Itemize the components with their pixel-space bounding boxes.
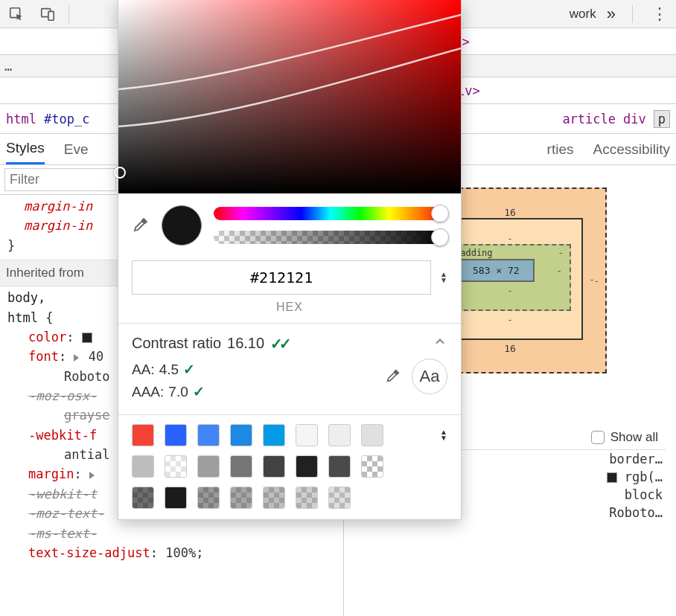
picker-controls-row: [118, 193, 461, 253]
breadcrumb-html[interactable]: html: [6, 112, 36, 126]
palette-swatch[interactable]: [296, 487, 318, 509]
palette-swatch[interactable]: [230, 487, 252, 509]
contrast-preview-circle[interactable]: Aa: [412, 359, 447, 394]
palette-row-2: [132, 455, 447, 478]
css-selector-html[interactable]: html: [7, 310, 38, 325]
css-selector-body[interactable]: body,: [7, 290, 45, 305]
inspect-element-icon[interactable]: [6, 4, 27, 25]
css-open-brace: {: [45, 310, 53, 325]
css-prop-ms-text[interactable]: -ms-text-: [28, 526, 97, 541]
check-icon-aaa: ✓: [193, 381, 205, 403]
palette-swatch[interactable]: [230, 455, 252, 478]
breadcrumb-top-c[interactable]: #top_c: [44, 112, 89, 126]
more-tabs-chevron[interactable]: »: [607, 4, 616, 24]
computed-val-1: rgb(…: [607, 469, 663, 484]
css-prop-text-size-adjust[interactable]: text-size-adjust: [28, 545, 150, 560]
palette-swatch[interactable]: [328, 455, 351, 478]
svg-rect-2: [48, 11, 54, 20]
css-prop-moz-osx[interactable]: -moz-osx-: [28, 388, 97, 403]
palette-swatch[interactable]: [361, 455, 383, 478]
chevron-up-icon[interactable]: [433, 334, 447, 353]
device-toolbar-icon[interactable]: [37, 4, 58, 25]
padding-top-dash: -: [558, 247, 564, 258]
css-prop-webkit-f[interactable]: -webkit-f: [28, 428, 97, 443]
show-all-label[interactable]: Show all: [610, 430, 658, 445]
palette-swatch[interactable]: [296, 455, 318, 478]
palette-swatch[interactable]: [263, 455, 285, 478]
subtab-events[interactable]: Eve: [64, 135, 89, 164]
palette-switcher[interactable]: ▲▼: [440, 429, 447, 441]
computed-val-2: block: [625, 487, 663, 502]
css-prop-margin-in-2[interactable]: margin-in: [24, 218, 92, 233]
palette-swatch[interactable]: [197, 424, 220, 446]
tab-network-partial[interactable]: work: [570, 7, 596, 22]
kebab-menu-icon[interactable]: ⋮: [649, 4, 670, 25]
double-check-icon: ✓✓: [270, 335, 288, 353]
palette-swatch[interactable]: [328, 424, 351, 446]
palette-swatch[interactable]: [296, 424, 318, 446]
content-size: 583 × 72: [458, 259, 535, 282]
alpha-slider[interactable]: [214, 231, 447, 244]
css-prop-margin-in-1[interactable]: margin-in: [24, 199, 92, 214]
alpha-thumb[interactable]: [431, 228, 449, 246]
css-prop-margin[interactable]: margin: [28, 466, 74, 481]
breadcrumb-div[interactable]: div: [623, 112, 646, 126]
expand-triangle-icon-2[interactable]: [89, 472, 95, 479]
palette-swatch[interactable]: [165, 424, 187, 446]
hex-input[interactable]: [132, 260, 431, 295]
subtab-accessibility[interactable]: Accessibility: [593, 135, 670, 164]
palette-swatch[interactable]: [197, 487, 220, 509]
check-icon-aa: ✓: [183, 359, 195, 381]
css-prop-moz-text[interactable]: -moz-text-: [28, 506, 104, 521]
palette-swatch[interactable]: [263, 487, 285, 509]
palette-swatch[interactable]: [361, 424, 383, 446]
contrast-section: Contrast ratio 16.10 ✓✓ AA: 4.5 ✓ AAA: 7…: [118, 323, 461, 414]
format-switcher[interactable]: ▲▼: [440, 272, 447, 283]
palette-swatch[interactable]: [165, 487, 187, 509]
css-val-antialiased[interactable]: antial: [64, 447, 109, 462]
border-top-dash: -: [449, 233, 571, 244]
aa-label: AA:: [132, 359, 155, 381]
css-prop-webkit-t[interactable]: -webkit-t: [28, 487, 97, 501]
hue-slider[interactable]: [214, 207, 447, 220]
palette-swatch[interactable]: [328, 487, 351, 509]
palette-swatch[interactable]: [263, 424, 285, 446]
color-swatch-inline[interactable]: [82, 333, 92, 343]
contrast-ratio-label: Contrast ratio: [132, 335, 221, 352]
palette-swatch[interactable]: [132, 455, 154, 478]
css-val-grayscale[interactable]: grayse: [64, 408, 109, 423]
css-val-roboto[interactable]: Roboto: [64, 369, 109, 384]
css-val-100pct[interactable]: 100%;: [165, 545, 203, 560]
subtab-properties[interactable]: rties: [547, 135, 574, 164]
subtab-styles[interactable]: Styles: [6, 134, 45, 164]
palette-swatch[interactable]: [165, 455, 187, 478]
eyedropper-icon[interactable]: [132, 216, 150, 236]
saturation-value-area[interactable]: [118, 0, 461, 193]
sv-handle[interactable]: [114, 167, 126, 179]
breadcrumb-dots[interactable]: …: [4, 59, 12, 74]
expand-triangle-icon[interactable]: [74, 354, 79, 362]
breadcrumb-p[interactable]: p: [654, 110, 670, 128]
padding-bottom-dash: -: [458, 285, 562, 296]
format-label: HEX: [118, 301, 461, 323]
css-val-font-40[interactable]: 40: [89, 349, 103, 364]
palette-swatch[interactable]: [197, 455, 220, 478]
palette-swatch[interactable]: [132, 424, 154, 446]
computed-val-3: Roboto…: [609, 505, 663, 520]
palette-swatch[interactable]: [230, 424, 252, 446]
aa-value: 4.5: [159, 359, 179, 381]
palette-swatch[interactable]: [132, 487, 154, 509]
css-prop-font[interactable]: font: [28, 349, 59, 364]
bg-eyedropper-icon[interactable]: [385, 368, 401, 386]
computed-val-0: border…: [609, 452, 663, 466]
margin-right-dash-outer: -: [593, 275, 599, 286]
show-all-checkbox[interactable]: [591, 431, 605, 444]
palette-section: ▲▼: [118, 414, 461, 519]
breadcrumb-article[interactable]: article: [562, 112, 616, 126]
hue-thumb[interactable]: [431, 205, 449, 222]
styles-filter-input[interactable]: [4, 168, 116, 191]
aaa-value: 7.0: [168, 381, 188, 403]
current-color-swatch: [162, 205, 202, 246]
aa-circle-text: Aa: [420, 367, 440, 386]
css-prop-color[interactable]: color: [28, 330, 66, 344]
